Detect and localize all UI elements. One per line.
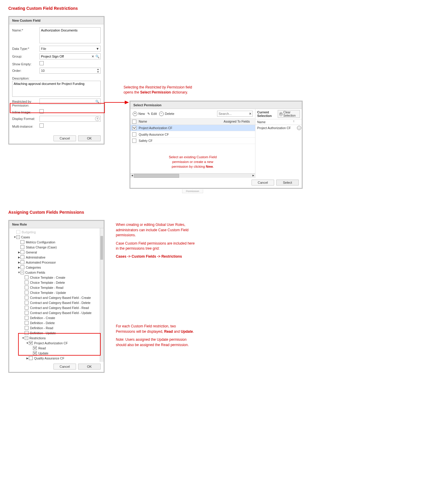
search-icon[interactable]: 🔍 xyxy=(95,55,99,58)
permission-row[interactable]: Quality Assurance CF xyxy=(130,131,255,137)
cancel-button[interactable]: Cancel xyxy=(53,364,76,370)
chevron-right-icon[interactable]: ▶ xyxy=(18,261,20,264)
tree-label: Administrative xyxy=(26,256,45,259)
description-input[interactable]: Attaching approval document for Project … xyxy=(12,81,101,97)
ok-button[interactable]: OK xyxy=(78,135,101,141)
tree-row[interactable]: Contract and Category Based Field - Upda… xyxy=(9,310,100,315)
tree-row[interactable]: Budgeting xyxy=(9,229,100,234)
tree-row[interactable]: Choice Template - Update xyxy=(9,290,100,295)
permission-row[interactable]: Project Authorization CF xyxy=(130,125,255,131)
cs-col-name[interactable]: Name xyxy=(255,119,291,125)
select-button[interactable]: Select xyxy=(276,180,299,186)
collapse-box-icon[interactable]: − xyxy=(16,235,20,239)
horizontal-scrollbar[interactable]: ◄ ► xyxy=(130,173,255,178)
chevron-down-icon[interactable]: ▼ xyxy=(13,236,16,239)
tree-row[interactable]: Contract and Category Based Field - Crea… xyxy=(9,295,100,300)
scroll-left-icon[interactable]: ◄ xyxy=(130,174,134,177)
permission-checkbox[interactable] xyxy=(25,280,29,284)
permission-checkbox[interactable] xyxy=(20,250,24,254)
tree-row[interactable]: Definition - Read xyxy=(9,325,100,330)
display-format-input[interactable] xyxy=(40,116,101,122)
tree-row[interactable]: ▶Categories xyxy=(9,265,100,270)
show-empty-checkbox[interactable] xyxy=(40,61,44,65)
dialog-title: New Custom Field xyxy=(9,17,104,24)
label-description: Description: xyxy=(12,75,29,80)
chevron-right-icon[interactable]: ▶ xyxy=(18,251,20,254)
remove-icon[interactable]: − xyxy=(297,126,301,130)
multi-instance-checkbox[interactable] xyxy=(40,123,44,128)
row-assigned xyxy=(222,140,255,142)
col-name[interactable]: Name xyxy=(137,119,222,125)
tree-row[interactable]: Contract and Category Based Field - Read xyxy=(9,305,100,310)
chevron-right-icon[interactable]: ▶ xyxy=(18,256,20,259)
permission-row[interactable]: Safety CF xyxy=(130,138,255,144)
clear-icon[interactable]: ✕ xyxy=(249,112,252,116)
scroll-right-icon[interactable]: ► xyxy=(252,174,255,177)
tree-row[interactable]: Choice Template - Create xyxy=(9,275,100,280)
edit-button[interactable]: ✎ Edit xyxy=(147,112,157,116)
chevron-right-icon[interactable]: ▶ xyxy=(18,266,20,269)
permission-checkbox[interactable] xyxy=(29,356,33,360)
help-icon[interactable]: ? xyxy=(95,117,99,121)
search-input[interactable] xyxy=(217,111,253,117)
permission-checkbox[interactable] xyxy=(20,245,24,249)
spin-up-icon[interactable]: ▲ xyxy=(96,68,100,70)
tree-row[interactable]: Status Change (Case) xyxy=(9,245,100,250)
tree-label: Quality Assurance CF xyxy=(34,356,64,360)
select-all-checkbox[interactable] xyxy=(132,120,136,124)
tree-row[interactable]: Definition - Delete xyxy=(9,320,100,325)
current-selection-header: Current Selection xyxy=(257,110,278,118)
label-multi-instance: Multi-instance: xyxy=(12,123,40,128)
tree-row[interactable]: ▶Quality Assurance CF xyxy=(9,356,100,361)
tree-row[interactable]: ▼−Cases xyxy=(9,234,100,240)
tree-row[interactable]: ▼−Custom Fields xyxy=(9,270,100,275)
permission-checkbox[interactable] xyxy=(20,255,24,259)
permission-checkbox[interactable] xyxy=(16,230,20,234)
permission-checkbox[interactable] xyxy=(25,311,29,315)
permission-checkbox[interactable] xyxy=(25,275,29,279)
permission-checkbox[interactable] xyxy=(25,291,29,294)
permission-checkbox[interactable] xyxy=(20,240,24,244)
scroll-thumb[interactable] xyxy=(100,236,103,260)
permission-checkbox[interactable] xyxy=(25,326,29,330)
tree-row[interactable]: ▶General xyxy=(9,250,100,255)
cancel-button[interactable]: Cancel xyxy=(252,180,274,186)
row-checkbox[interactable] xyxy=(132,126,136,130)
ok-button[interactable]: OK xyxy=(78,364,101,370)
permission-checkbox[interactable] xyxy=(20,265,24,269)
spin-down-icon[interactable]: ▼ xyxy=(96,71,100,73)
row-name: Project Authorization CF xyxy=(137,125,222,131)
sort-up-icon[interactable]: ↑ xyxy=(291,119,296,125)
tree-row[interactable]: Contract and Category Based Field - Dele… xyxy=(9,300,100,305)
name-input[interactable]: Authorization Documents xyxy=(40,27,101,43)
permission-checkbox[interactable] xyxy=(25,301,29,305)
tree-row[interactable]: Choice Template - Read xyxy=(9,285,100,290)
permission-checkbox[interactable] xyxy=(25,306,29,310)
clear-icon[interactable]: ✕ xyxy=(91,55,94,58)
permission-checkbox[interactable] xyxy=(25,296,29,299)
row-checkbox[interactable] xyxy=(132,139,136,143)
tree-label: General xyxy=(26,251,37,254)
cancel-button[interactable]: Cancel xyxy=(53,135,76,141)
tree-row[interactable]: Choice Template - Delete xyxy=(9,280,100,285)
delete-button[interactable]: − Delete xyxy=(159,112,174,116)
collapse-box-icon[interactable]: − xyxy=(20,271,24,274)
row-checkbox[interactable] xyxy=(132,132,136,137)
clear-selection-button[interactable]: ✕ Clear Selection xyxy=(278,110,300,118)
chevron-down-icon[interactable]: ▼ xyxy=(18,271,20,274)
new-button[interactable]: + New xyxy=(133,112,145,116)
chevron-right-icon[interactable]: ▶ xyxy=(26,357,29,360)
tree-row[interactable]: Definition - Create xyxy=(9,315,100,320)
tree-row[interactable]: ▶Administrative xyxy=(9,255,100,260)
col-assigned[interactable]: Assigned To Fields xyxy=(222,119,255,125)
current-selection-row[interactable]: Project Authorization CF− xyxy=(255,125,302,131)
data-type-select[interactable]: File ▼ xyxy=(40,46,101,52)
scroll-thumb[interactable] xyxy=(134,174,179,178)
tree-row[interactable]: Metrics Configuration xyxy=(9,240,100,245)
permission-checkbox[interactable] xyxy=(25,321,29,325)
permission-checkbox[interactable] xyxy=(25,286,29,289)
permission-checkbox[interactable] xyxy=(20,260,24,264)
order-spinner[interactable]: 10 ▲ ▼ xyxy=(40,68,101,74)
tree-row[interactable]: ▶Automated Processor xyxy=(9,260,100,265)
permission-checkbox[interactable] xyxy=(25,316,29,320)
